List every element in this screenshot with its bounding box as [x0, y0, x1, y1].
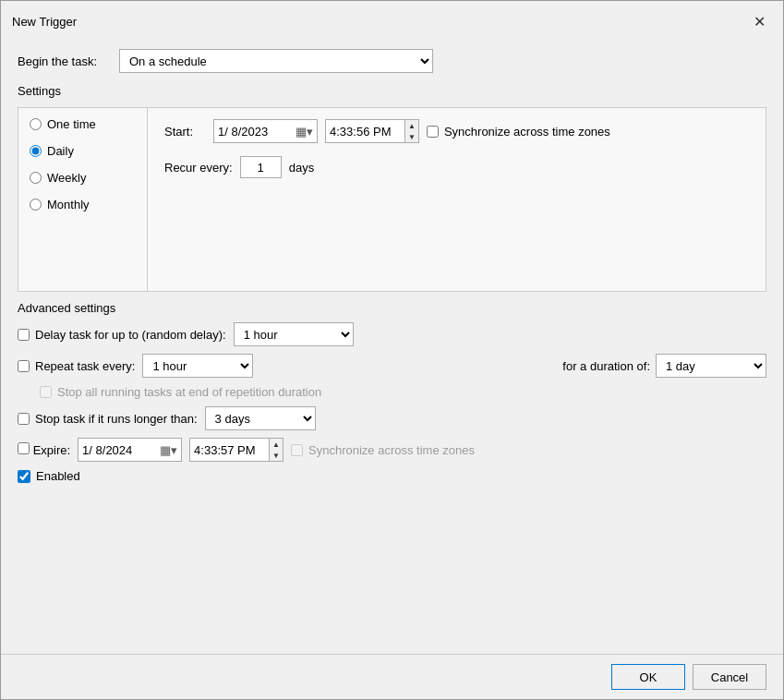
stop-task-text: Stop task if it runs longer than: [35, 412, 198, 426]
start-time-input[interactable] [326, 125, 404, 139]
radio-one-time-label: One time [47, 117, 96, 131]
delay-task-row: Delay task for up to (random delay): 30 … [18, 322, 766, 346]
start-date-wrapper: ▦▾ [213, 119, 318, 143]
expire-time-input[interactable] [190, 443, 269, 457]
delay-task-checkbox[interactable] [18, 329, 30, 341]
dialog-title: New Trigger [12, 15, 77, 29]
time-down-button[interactable]: ▼ [405, 131, 418, 142]
for-duration-label: for a duration of: [562, 359, 650, 373]
start-sync-row: Synchronize across time zones [427, 125, 610, 139]
radio-one-time[interactable]: One time [30, 117, 136, 131]
begin-task-row: Begin the task: On a schedule At log on … [18, 49, 766, 73]
start-row: Start: ▦▾ ▲ ▼ [164, 119, 749, 143]
enabled-checkbox[interactable] [18, 470, 30, 483]
expire-row: Expire: ▦▾ ▲ ▼ Synchron [18, 438, 766, 462]
begin-task-dropdown[interactable]: On a schedule At log on At startup On id… [119, 49, 433, 73]
time-spin-buttons: ▲ ▼ [404, 120, 418, 142]
radio-daily[interactable]: Daily [30, 144, 136, 158]
expire-calendar-icon: ▦▾ [160, 443, 177, 457]
sync-timezone-label[interactable]: Synchronize across time zones [444, 125, 610, 139]
ok-button[interactable]: OK [611, 664, 685, 690]
delay-task-text: Delay task for up to (random delay): [35, 328, 226, 342]
stop-all-label: Stop all running tasks at end of repetit… [57, 385, 321, 399]
calendar-icon: ▦▾ [296, 125, 313, 139]
expire-time-spin-buttons: ▲ ▼ [269, 439, 283, 461]
stop-task-select[interactable]: 30 minutes 1 hour 2 hours 4 hours 8 hour… [205, 406, 316, 430]
expire-sync-timezone-checkbox[interactable] [291, 444, 303, 456]
radio-panel: One time Daily Weekly Monthly [18, 108, 148, 291]
stop-all-checkbox[interactable] [40, 386, 52, 398]
expire-sync-timezone-label[interactable]: Synchronize across time zones [308, 443, 475, 457]
radio-monthly[interactable]: Monthly [30, 198, 136, 211]
expire-date-input[interactable] [82, 443, 156, 457]
recur-unit-label: days [289, 161, 314, 175]
dialog-body: Begin the task: On a schedule At log on … [1, 40, 783, 654]
start-time-wrapper: ▲ ▼ [325, 119, 419, 143]
recur-label: Recur every: [164, 161, 233, 175]
cancel-button[interactable]: Cancel [693, 664, 766, 690]
radio-daily-input[interactable] [30, 145, 42, 157]
expire-time-wrapper: ▲ ▼ [189, 438, 283, 462]
for-duration-section: for a duration of: 15 minutes 30 minutes… [562, 354, 766, 378]
expire-checkbox[interactable] [18, 442, 30, 454]
delay-task-label[interactable]: Delay task for up to (random delay): [18, 328, 226, 342]
radio-weekly-input[interactable] [30, 172, 42, 184]
close-button[interactable]: ✕ [746, 8, 772, 34]
calendar-button[interactable]: ▦▾ [296, 125, 313, 139]
begin-task-dropdown-wrapper: On a schedule At log on At startup On id… [119, 49, 433, 73]
radio-daily-label: Daily [47, 144, 74, 158]
radio-weekly[interactable]: Weekly [30, 171, 136, 185]
start-date-input[interactable] [218, 125, 292, 139]
expire-calendar-button[interactable]: ▦▾ [160, 443, 177, 457]
repeat-task-checkbox[interactable] [18, 360, 30, 372]
repeat-task-select[interactable]: 5 minutes 10 minutes 15 minutes 30 minut… [142, 354, 253, 378]
recur-value-input[interactable] [240, 156, 282, 178]
expire-time-down-button[interactable]: ▼ [270, 450, 283, 461]
content-panel: Start: ▦▾ ▲ ▼ [148, 108, 766, 291]
stop-all-row: Stop all running tasks at end of repetit… [40, 385, 766, 399]
stop-task-row: Stop task if it runs longer than: 30 min… [18, 406, 766, 430]
recur-row: Recur every: days [164, 156, 749, 178]
settings-box: One time Daily Weekly Monthly [18, 107, 766, 292]
advanced-settings-label: Advanced settings [18, 301, 766, 315]
expire-sync-row: Synchronize across time zones [291, 443, 475, 457]
expire-date-wrapper: ▦▾ [78, 438, 182, 462]
radio-monthly-label: Monthly [47, 198, 90, 211]
delay-task-select[interactable]: 30 minutes 1 hour 2 hours 4 hours 8 hour… [234, 322, 354, 346]
radio-weekly-label: Weekly [47, 171, 86, 185]
stop-task-checkbox[interactable] [18, 413, 30, 425]
repeat-task-label[interactable]: Repeat task every: [18, 359, 135, 373]
stop-task-label[interactable]: Stop task if it runs longer than: [18, 412, 198, 426]
time-up-button[interactable]: ▲ [405, 120, 418, 131]
enabled-label[interactable]: Enabled [36, 469, 80, 483]
advanced-settings-section: Advanced settings Delay task for up to (… [18, 301, 766, 483]
enabled-row: Enabled [18, 469, 766, 483]
expire-time-up-button[interactable]: ▲ [270, 439, 283, 450]
sync-timezone-checkbox[interactable] [427, 126, 439, 138]
title-bar: New Trigger ✕ [1, 1, 783, 40]
dialog-footer: OK Cancel [1, 654, 783, 699]
radio-one-time-input[interactable] [30, 118, 42, 130]
settings-label: Settings [18, 84, 766, 98]
new-trigger-dialog: New Trigger ✕ Begin the task: On a sched… [0, 0, 784, 700]
start-label: Start: [164, 125, 206, 139]
repeat-task-text: Repeat task every: [35, 359, 135, 373]
radio-monthly-input[interactable] [30, 199, 42, 211]
begin-task-label: Begin the task: [18, 54, 110, 68]
expire-label[interactable]: Expire: [18, 442, 70, 457]
repeat-task-row: Repeat task every: 5 minutes 10 minutes … [18, 354, 766, 378]
expire-text: Expire: [33, 443, 70, 457]
duration-select[interactable]: 15 minutes 30 minutes 1 hour 2 hours 4 h… [656, 354, 766, 378]
